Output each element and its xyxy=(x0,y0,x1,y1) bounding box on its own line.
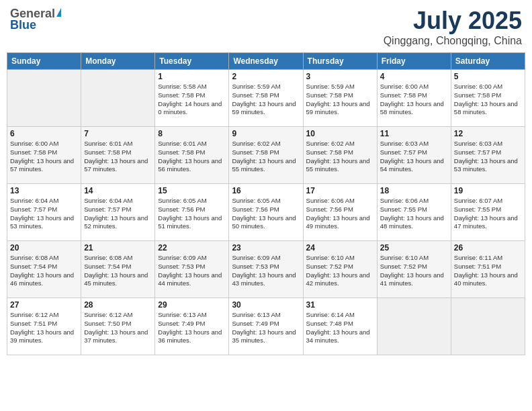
day-number: 11 xyxy=(380,129,448,138)
day-info: Sunrise: 5:59 AM Sunset: 7:58 PM Dayligh… xyxy=(232,83,300,117)
day-number: 21 xyxy=(84,243,152,253)
weekday-header: Thursday xyxy=(303,53,377,70)
day-info: Sunrise: 6:04 AM Sunset: 7:57 PM Dayligh… xyxy=(84,197,152,231)
weekday-header: Tuesday xyxy=(155,53,229,70)
calendar-day-cell: 21Sunrise: 6:08 AM Sunset: 7:54 PM Dayli… xyxy=(81,241,155,298)
day-number: 22 xyxy=(158,243,226,253)
day-number: 8 xyxy=(158,129,226,138)
weekday-header: Sunday xyxy=(7,53,81,70)
calendar-day-cell: 28Sunrise: 6:12 AM Sunset: 7:50 PM Dayli… xyxy=(81,298,155,355)
day-number: 19 xyxy=(454,186,522,195)
calendar-day-cell: 18Sunrise: 6:06 AM Sunset: 7:55 PM Dayli… xyxy=(377,184,451,241)
calendar-day-cell: 24Sunrise: 6:10 AM Sunset: 7:52 PM Dayli… xyxy=(303,241,377,298)
calendar-day-cell: 1Sunrise: 5:58 AM Sunset: 7:58 PM Daylig… xyxy=(155,70,229,127)
calendar-day-cell: 13Sunrise: 6:04 AM Sunset: 7:57 PM Dayli… xyxy=(7,184,81,241)
day-number: 9 xyxy=(232,129,300,138)
calendar-subtitle: Qinggang, Chongqing, China xyxy=(384,35,522,47)
day-info: Sunrise: 6:00 AM Sunset: 7:58 PM Dayligh… xyxy=(10,140,78,174)
calendar-day-cell: 10Sunrise: 6:02 AM Sunset: 7:58 PM Dayli… xyxy=(303,127,377,184)
calendar-week-row: 6Sunrise: 6:00 AM Sunset: 7:58 PM Daylig… xyxy=(7,127,525,184)
day-number: 6 xyxy=(10,129,78,138)
day-number: 31 xyxy=(306,300,374,310)
day-info: Sunrise: 6:04 AM Sunset: 7:57 PM Dayligh… xyxy=(10,197,78,231)
day-info: Sunrise: 6:06 AM Sunset: 7:55 PM Dayligh… xyxy=(380,197,448,231)
day-info: Sunrise: 6:07 AM Sunset: 7:55 PM Dayligh… xyxy=(454,197,522,231)
day-number: 2 xyxy=(232,72,300,81)
calendar-day-cell: 15Sunrise: 6:05 AM Sunset: 7:56 PM Dayli… xyxy=(155,184,229,241)
day-info: Sunrise: 6:10 AM Sunset: 7:52 PM Dayligh… xyxy=(306,254,374,288)
calendar-day-cell: 22Sunrise: 6:09 AM Sunset: 7:53 PM Dayli… xyxy=(155,241,229,298)
day-info: Sunrise: 6:02 AM Sunset: 7:58 PM Dayligh… xyxy=(232,140,300,174)
calendar-day-cell xyxy=(377,298,451,355)
calendar-day-cell: 26Sunrise: 6:11 AM Sunset: 7:51 PM Dayli… xyxy=(451,241,525,298)
weekday-header: Monday xyxy=(81,53,155,70)
day-number: 20 xyxy=(10,243,78,253)
calendar-day-cell: 11Sunrise: 6:03 AM Sunset: 7:57 PM Dayli… xyxy=(377,127,451,184)
calendar-day-cell: 12Sunrise: 6:03 AM Sunset: 7:57 PM Dayli… xyxy=(451,127,525,184)
calendar-day-cell: 2Sunrise: 5:59 AM Sunset: 7:58 PM Daylig… xyxy=(229,70,303,127)
day-info: Sunrise: 6:05 AM Sunset: 7:56 PM Dayligh… xyxy=(158,197,226,231)
calendar-day-cell: 6Sunrise: 6:00 AM Sunset: 7:58 PM Daylig… xyxy=(7,127,81,184)
logo-blue: Blue xyxy=(10,18,36,32)
day-info: Sunrise: 5:59 AM Sunset: 7:58 PM Dayligh… xyxy=(306,83,374,117)
day-info: Sunrise: 6:10 AM Sunset: 7:52 PM Dayligh… xyxy=(380,254,448,288)
day-info: Sunrise: 6:01 AM Sunset: 7:58 PM Dayligh… xyxy=(158,140,226,174)
day-info: Sunrise: 6:06 AM Sunset: 7:56 PM Dayligh… xyxy=(306,197,374,231)
day-number: 26 xyxy=(454,243,522,253)
day-number: 25 xyxy=(380,243,448,253)
calendar-table: SundayMondayTuesdayWednesdayThursdayFrid… xyxy=(7,52,525,355)
day-number: 27 xyxy=(10,300,78,310)
calendar-day-cell: 27Sunrise: 6:12 AM Sunset: 7:51 PM Dayli… xyxy=(7,298,81,355)
day-info: Sunrise: 6:14 AM Sunset: 7:48 PM Dayligh… xyxy=(306,311,374,345)
calendar-day-cell: 19Sunrise: 6:07 AM Sunset: 7:55 PM Dayli… xyxy=(451,184,525,241)
day-number: 17 xyxy=(306,186,374,195)
calendar-day-cell: 23Sunrise: 6:09 AM Sunset: 7:53 PM Dayli… xyxy=(229,241,303,298)
day-info: Sunrise: 6:03 AM Sunset: 7:57 PM Dayligh… xyxy=(454,140,522,174)
day-info: Sunrise: 6:13 AM Sunset: 7:49 PM Dayligh… xyxy=(158,311,226,345)
day-number: 14 xyxy=(84,186,152,195)
day-info: Sunrise: 6:09 AM Sunset: 7:53 PM Dayligh… xyxy=(232,254,300,288)
day-info: Sunrise: 6:03 AM Sunset: 7:57 PM Dayligh… xyxy=(380,140,448,174)
day-info: Sunrise: 6:08 AM Sunset: 7:54 PM Dayligh… xyxy=(10,254,78,288)
day-info: Sunrise: 6:12 AM Sunset: 7:51 PM Dayligh… xyxy=(10,311,78,345)
calendar-day-cell: 16Sunrise: 6:05 AM Sunset: 7:56 PM Dayli… xyxy=(229,184,303,241)
day-number: 30 xyxy=(232,300,300,310)
day-number: 28 xyxy=(84,300,152,310)
calendar-day-cell: 30Sunrise: 6:13 AM Sunset: 7:49 PM Dayli… xyxy=(229,298,303,355)
calendar-day-cell: 5Sunrise: 6:00 AM Sunset: 7:58 PM Daylig… xyxy=(451,70,525,127)
day-info: Sunrise: 6:00 AM Sunset: 7:58 PM Dayligh… xyxy=(454,83,522,117)
calendar-title: July 2025 xyxy=(384,7,522,35)
calendar-day-cell: 3Sunrise: 5:59 AM Sunset: 7:58 PM Daylig… xyxy=(303,70,377,127)
calendar-week-row: 1Sunrise: 5:58 AM Sunset: 7:58 PM Daylig… xyxy=(7,70,525,127)
day-info: Sunrise: 6:11 AM Sunset: 7:51 PM Dayligh… xyxy=(454,254,522,288)
page-header: General Blue July 2025 Qinggang, Chongqi… xyxy=(7,7,525,47)
day-info: Sunrise: 6:08 AM Sunset: 7:54 PM Dayligh… xyxy=(84,254,152,288)
day-number: 1 xyxy=(158,72,226,81)
day-info: Sunrise: 6:00 AM Sunset: 7:58 PM Dayligh… xyxy=(380,83,448,117)
calendar-day-cell: 14Sunrise: 6:04 AM Sunset: 7:57 PM Dayli… xyxy=(81,184,155,241)
day-number: 10 xyxy=(306,129,374,138)
day-number: 18 xyxy=(380,186,448,195)
weekday-header: Friday xyxy=(377,53,451,70)
day-number: 15 xyxy=(158,186,226,195)
calendar-day-cell xyxy=(81,70,155,127)
calendar-day-cell: 7Sunrise: 6:01 AM Sunset: 7:58 PM Daylig… xyxy=(81,127,155,184)
day-info: Sunrise: 6:02 AM Sunset: 7:58 PM Dayligh… xyxy=(306,140,374,174)
calendar-day-cell: 4Sunrise: 6:00 AM Sunset: 7:58 PM Daylig… xyxy=(377,70,451,127)
calendar-week-row: 13Sunrise: 6:04 AM Sunset: 7:57 PM Dayli… xyxy=(7,184,525,241)
day-number: 4 xyxy=(380,72,448,81)
day-number: 5 xyxy=(454,72,522,81)
day-number: 7 xyxy=(84,129,152,138)
day-number: 24 xyxy=(306,243,374,253)
calendar-day-cell: 17Sunrise: 6:06 AM Sunset: 7:56 PM Dayli… xyxy=(303,184,377,241)
calendar-day-cell: 29Sunrise: 6:13 AM Sunset: 7:49 PM Dayli… xyxy=(155,298,229,355)
day-number: 12 xyxy=(454,129,522,138)
day-info: Sunrise: 6:05 AM Sunset: 7:56 PM Dayligh… xyxy=(232,197,300,231)
weekday-header: Wednesday xyxy=(229,53,303,70)
weekday-header-row: SundayMondayTuesdayWednesdayThursdayFrid… xyxy=(7,53,525,70)
logo-triangle-icon xyxy=(56,8,61,17)
day-number: 16 xyxy=(232,186,300,195)
calendar-day-cell: 20Sunrise: 6:08 AM Sunset: 7:54 PM Dayli… xyxy=(7,241,81,298)
day-info: Sunrise: 5:58 AM Sunset: 7:58 PM Dayligh… xyxy=(158,83,226,117)
calendar-week-row: 27Sunrise: 6:12 AM Sunset: 7:51 PM Dayli… xyxy=(7,298,525,355)
